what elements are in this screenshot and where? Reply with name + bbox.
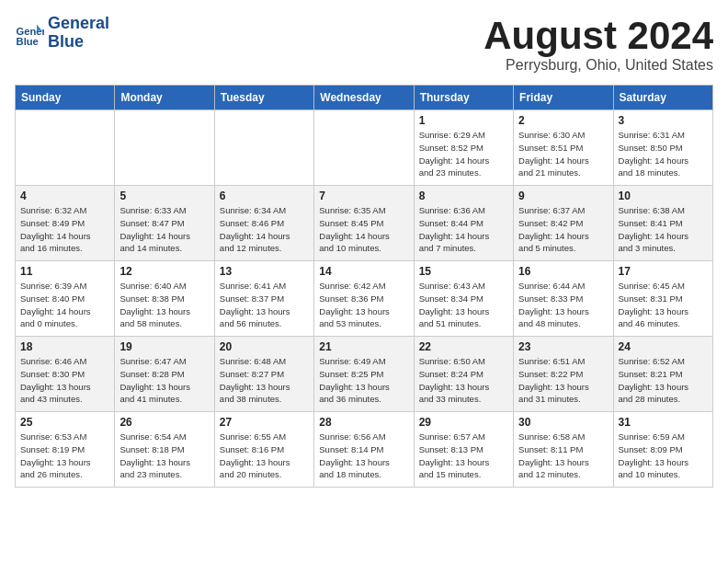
day-number: 30 bbox=[518, 416, 608, 429]
calendar-cell: 13Sunrise: 6:41 AMSunset: 8:37 PMDayligh… bbox=[214, 261, 313, 337]
day-number: 2 bbox=[518, 114, 608, 127]
calendar-cell bbox=[314, 110, 414, 186]
calendar-cell: 19Sunrise: 6:47 AMSunset: 8:28 PMDayligh… bbox=[115, 337, 214, 412]
calendar-cell: 27Sunrise: 6:55 AMSunset: 8:16 PMDayligh… bbox=[214, 412, 313, 488]
day-number: 7 bbox=[319, 190, 408, 202]
day-number: 17 bbox=[619, 265, 708, 278]
day-info: Sunrise: 6:58 AMSunset: 8:11 PMDaylight:… bbox=[518, 431, 608, 481]
calendar-cell: 4Sunrise: 6:32 AMSunset: 8:49 PMDaylight… bbox=[16, 186, 115, 261]
day-number: 28 bbox=[319, 416, 408, 429]
day-number: 19 bbox=[119, 340, 209, 353]
calendar-week-2: 4Sunrise: 6:32 AMSunset: 8:49 PMDaylight… bbox=[16, 186, 713, 261]
calendar-table: SundayMondayTuesdayWednesdayThursdayFrid… bbox=[15, 85, 713, 488]
day-number: 12 bbox=[119, 265, 209, 278]
day-number: 23 bbox=[518, 340, 608, 353]
day-info: Sunrise: 6:30 AMSunset: 8:51 PMDaylight:… bbox=[518, 129, 608, 179]
day-info: Sunrise: 6:35 AMSunset: 8:45 PMDaylight:… bbox=[319, 204, 408, 255]
calendar-cell: 25Sunrise: 6:53 AMSunset: 8:19 PMDayligh… bbox=[16, 412, 115, 488]
logo-text: General Blue bbox=[48, 15, 109, 52]
calendar-cell: 7Sunrise: 6:35 AMSunset: 8:45 PMDaylight… bbox=[314, 186, 414, 261]
calendar-cell: 20Sunrise: 6:48 AMSunset: 8:27 PMDayligh… bbox=[214, 337, 313, 412]
day-info: Sunrise: 6:36 AMSunset: 8:44 PMDaylight:… bbox=[419, 204, 508, 255]
calendar-cell: 24Sunrise: 6:52 AMSunset: 8:21 PMDayligh… bbox=[613, 337, 712, 412]
calendar-cell: 2Sunrise: 6:30 AMSunset: 8:51 PMDaylight… bbox=[514, 110, 613, 186]
day-info: Sunrise: 6:46 AMSunset: 8:30 PMDaylight:… bbox=[20, 355, 109, 406]
logo-icon: General Blue bbox=[15, 18, 44, 48]
day-number: 1 bbox=[419, 114, 508, 127]
calendar-cell: 11Sunrise: 6:39 AMSunset: 8:40 PMDayligh… bbox=[16, 261, 115, 337]
header-monday: Monday bbox=[115, 86, 214, 110]
header-saturday: Saturday bbox=[613, 86, 712, 110]
day-info: Sunrise: 6:50 AMSunset: 8:24 PMDaylight:… bbox=[419, 355, 508, 406]
calendar-cell: 29Sunrise: 6:57 AMSunset: 8:13 PMDayligh… bbox=[414, 412, 513, 488]
day-number: 18 bbox=[20, 340, 109, 353]
day-info: Sunrise: 6:51 AMSunset: 8:22 PMDaylight:… bbox=[518, 355, 608, 406]
day-number: 5 bbox=[119, 190, 209, 202]
day-info: Sunrise: 6:47 AMSunset: 8:28 PMDaylight:… bbox=[119, 355, 209, 406]
day-info: Sunrise: 6:41 AMSunset: 8:37 PMDaylight:… bbox=[220, 280, 309, 330]
day-number: 25 bbox=[20, 416, 109, 429]
calendar-week-1: 1Sunrise: 6:29 AMSunset: 8:52 PMDaylight… bbox=[16, 110, 713, 186]
calendar-week-3: 11Sunrise: 6:39 AMSunset: 8:40 PMDayligh… bbox=[16, 261, 713, 337]
calendar-cell: 10Sunrise: 6:38 AMSunset: 8:41 PMDayligh… bbox=[613, 186, 712, 261]
day-number: 20 bbox=[220, 340, 309, 353]
calendar-cell: 16Sunrise: 6:44 AMSunset: 8:33 PMDayligh… bbox=[514, 261, 613, 337]
month-title: August 2024 bbox=[483, 15, 713, 57]
day-info: Sunrise: 6:34 AMSunset: 8:46 PMDaylight:… bbox=[220, 204, 309, 255]
calendar-cell: 28Sunrise: 6:56 AMSunset: 8:14 PMDayligh… bbox=[314, 412, 414, 488]
day-number: 14 bbox=[319, 265, 408, 278]
logo: General Blue General Blue bbox=[15, 15, 109, 52]
page-header: General Blue General Blue August 2024 Pe… bbox=[15, 15, 713, 74]
day-number: 26 bbox=[119, 416, 209, 429]
calendar-cell bbox=[16, 110, 115, 186]
calendar-cell: 5Sunrise: 6:33 AMSunset: 8:47 PMDaylight… bbox=[115, 186, 214, 261]
svg-text:Blue: Blue bbox=[17, 36, 39, 47]
day-info: Sunrise: 6:52 AMSunset: 8:21 PMDaylight:… bbox=[619, 355, 708, 406]
calendar-cell: 14Sunrise: 6:42 AMSunset: 8:36 PMDayligh… bbox=[314, 261, 414, 337]
header-wednesday: Wednesday bbox=[314, 86, 414, 110]
day-info: Sunrise: 6:43 AMSunset: 8:34 PMDaylight:… bbox=[419, 280, 508, 330]
day-info: Sunrise: 6:57 AMSunset: 8:13 PMDaylight:… bbox=[419, 431, 508, 481]
calendar-cell: 30Sunrise: 6:58 AMSunset: 8:11 PMDayligh… bbox=[514, 412, 613, 488]
calendar-cell: 26Sunrise: 6:54 AMSunset: 8:18 PMDayligh… bbox=[115, 412, 214, 488]
calendar-week-5: 25Sunrise: 6:53 AMSunset: 8:19 PMDayligh… bbox=[16, 412, 713, 488]
day-info: Sunrise: 6:49 AMSunset: 8:25 PMDaylight:… bbox=[319, 355, 408, 406]
day-number: 16 bbox=[518, 265, 608, 278]
day-number: 31 bbox=[619, 416, 708, 429]
calendar-header-row: SundayMondayTuesdayWednesdayThursdayFrid… bbox=[16, 86, 713, 110]
header-sunday: Sunday bbox=[16, 86, 115, 110]
calendar-cell: 21Sunrise: 6:49 AMSunset: 8:25 PMDayligh… bbox=[314, 337, 414, 412]
day-number: 22 bbox=[419, 340, 508, 353]
calendar-cell bbox=[115, 110, 214, 186]
day-info: Sunrise: 6:44 AMSunset: 8:33 PMDaylight:… bbox=[518, 280, 608, 330]
day-number: 10 bbox=[619, 190, 708, 202]
day-info: Sunrise: 6:32 AMSunset: 8:49 PMDaylight:… bbox=[20, 204, 109, 255]
day-info: Sunrise: 6:29 AMSunset: 8:52 PMDaylight:… bbox=[419, 129, 508, 179]
day-info: Sunrise: 6:55 AMSunset: 8:16 PMDaylight:… bbox=[220, 431, 309, 481]
day-number: 21 bbox=[319, 340, 408, 353]
day-number: 6 bbox=[220, 190, 309, 202]
day-info: Sunrise: 6:37 AMSunset: 8:42 PMDaylight:… bbox=[518, 204, 608, 255]
day-number: 24 bbox=[619, 340, 708, 353]
header-thursday: Thursday bbox=[414, 86, 513, 110]
title-block: August 2024 Perrysburg, Ohio, United Sta… bbox=[483, 15, 713, 74]
calendar-cell bbox=[214, 110, 313, 186]
calendar-cell: 6Sunrise: 6:34 AMSunset: 8:46 PMDaylight… bbox=[214, 186, 313, 261]
calendar-cell: 15Sunrise: 6:43 AMSunset: 8:34 PMDayligh… bbox=[414, 261, 513, 337]
day-number: 29 bbox=[419, 416, 508, 429]
location: Perrysburg, Ohio, United States bbox=[483, 57, 713, 74]
calendar-cell: 9Sunrise: 6:37 AMSunset: 8:42 PMDaylight… bbox=[514, 186, 613, 261]
calendar-cell: 12Sunrise: 6:40 AMSunset: 8:38 PMDayligh… bbox=[115, 261, 214, 337]
day-info: Sunrise: 6:48 AMSunset: 8:27 PMDaylight:… bbox=[220, 355, 309, 406]
calendar-week-4: 18Sunrise: 6:46 AMSunset: 8:30 PMDayligh… bbox=[16, 337, 713, 412]
header-tuesday: Tuesday bbox=[214, 86, 313, 110]
day-info: Sunrise: 6:59 AMSunset: 8:09 PMDaylight:… bbox=[619, 431, 708, 481]
day-number: 15 bbox=[419, 265, 508, 278]
calendar-cell: 22Sunrise: 6:50 AMSunset: 8:24 PMDayligh… bbox=[414, 337, 513, 412]
calendar-cell: 8Sunrise: 6:36 AMSunset: 8:44 PMDaylight… bbox=[414, 186, 513, 261]
day-number: 13 bbox=[220, 265, 309, 278]
day-info: Sunrise: 6:45 AMSunset: 8:31 PMDaylight:… bbox=[619, 280, 708, 330]
day-info: Sunrise: 6:54 AMSunset: 8:18 PMDaylight:… bbox=[119, 431, 209, 481]
day-number: 27 bbox=[220, 416, 309, 429]
calendar-cell: 1Sunrise: 6:29 AMSunset: 8:52 PMDaylight… bbox=[414, 110, 513, 186]
